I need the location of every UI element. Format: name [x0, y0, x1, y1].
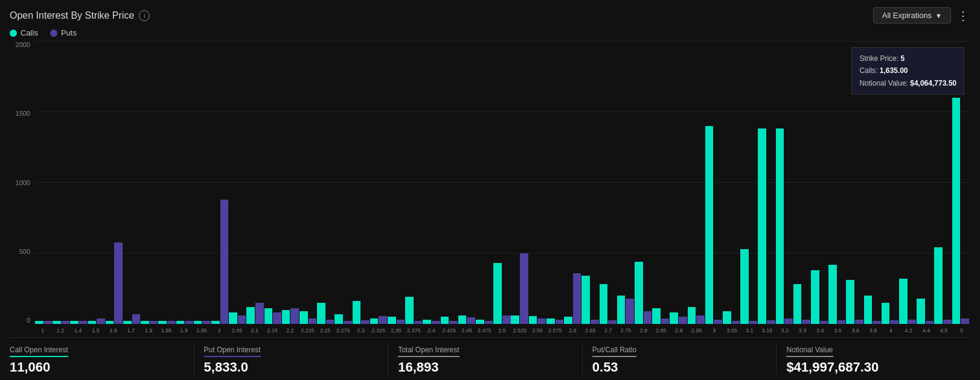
bar-call[interactable] — [740, 249, 749, 324]
bar-call[interactable] — [723, 311, 731, 324]
bar-call[interactable] — [600, 284, 608, 324]
bar-put[interactable] — [943, 320, 952, 324]
bar-put[interactable] — [661, 318, 670, 324]
bar-put[interactable] — [714, 320, 722, 324]
bar-call[interactable] — [793, 284, 802, 324]
bar-put[interactable] — [467, 317, 475, 324]
info-icon[interactable]: i — [139, 10, 150, 21]
bar-call[interactable] — [317, 303, 325, 324]
bar-call[interactable] — [546, 318, 555, 324]
bar-call[interactable] — [264, 308, 273, 324]
bar-group — [123, 41, 140, 324]
bar-call[interactable] — [370, 318, 379, 324]
bar-call[interactable] — [335, 314, 343, 324]
tooltip-strike: Strike Price: 5 — [859, 52, 956, 65]
bar-put[interactable] — [908, 320, 917, 324]
bar-call[interactable] — [899, 279, 908, 324]
bar-group — [176, 41, 193, 324]
bar-put[interactable] — [556, 320, 564, 324]
bar-call[interactable] — [917, 299, 925, 324]
puts-label: Puts — [61, 28, 77, 37]
bar-group — [670, 41, 687, 324]
bar-put[interactable] — [238, 315, 246, 324]
bar-put[interactable] — [397, 320, 405, 324]
bar-group — [493, 41, 510, 324]
notional-value: $41,997,687.30 — [786, 359, 961, 375]
bar-call[interactable] — [529, 316, 537, 324]
bar-put[interactable] — [379, 316, 387, 324]
bar-group — [370, 41, 387, 324]
x-label: 2.275 — [335, 328, 352, 334]
bar-call[interactable] — [423, 320, 431, 324]
bar-put[interactable] — [696, 315, 705, 324]
page-title: Open Interest By Strike Price — [10, 10, 134, 21]
bar-put[interactable] — [326, 320, 335, 324]
bar-call[interactable] — [652, 308, 661, 324]
bar-call[interactable] — [493, 263, 502, 324]
bar-call[interactable] — [564, 317, 572, 324]
bar-call[interactable] — [934, 247, 943, 324]
bar-put[interactable] — [537, 318, 546, 324]
bar-put[interactable] — [273, 312, 281, 324]
bar-call[interactable] — [246, 307, 255, 324]
bar-call[interactable] — [229, 312, 237, 324]
bar-put[interactable] — [220, 200, 229, 324]
x-label: 2.55 — [528, 328, 546, 334]
bar-put[interactable] — [961, 318, 969, 324]
bar-group — [617, 41, 634, 324]
bar-group — [828, 41, 845, 324]
bar-call[interactable] — [846, 280, 854, 324]
header: Open Interest By Strike Price i All Expi… — [10, 7, 970, 24]
bar-call[interactable] — [811, 270, 819, 324]
bar-call[interactable] — [635, 262, 643, 324]
x-label: 5 — [953, 328, 970, 334]
bar-call[interactable] — [670, 312, 678, 324]
bar-group — [476, 41, 493, 324]
bar-call[interactable] — [405, 297, 414, 324]
bar-call[interactable] — [776, 128, 784, 324]
bar-put[interactable] — [97, 318, 105, 324]
bar-put[interactable] — [679, 317, 687, 324]
bar-call[interactable] — [952, 98, 961, 324]
bar-call[interactable] — [299, 311, 308, 324]
bar-call[interactable] — [441, 317, 449, 324]
bar-put[interactable] — [290, 308, 299, 324]
bar-put[interactable] — [114, 242, 123, 324]
bar-put[interactable] — [255, 303, 264, 324]
x-label: 1.2 — [51, 328, 69, 334]
bar-put[interactable] — [132, 314, 141, 324]
bar-put[interactable] — [626, 299, 634, 324]
bar-put[interactable] — [591, 320, 599, 324]
bar-put[interactable] — [802, 320, 810, 324]
bar-call[interactable] — [388, 317, 396, 324]
bar-put[interactable] — [644, 311, 652, 324]
bar-put[interactable] — [502, 315, 511, 324]
bar-put[interactable] — [520, 253, 528, 324]
expiration-button[interactable]: All Expirations ▼ — [873, 7, 951, 24]
bar-call[interactable] — [882, 303, 890, 324]
x-label: 4.5 — [935, 328, 953, 334]
bar-call[interactable] — [511, 315, 519, 324]
bar-call[interactable] — [864, 296, 873, 324]
bar-call[interactable] — [458, 315, 467, 324]
put-call-label: Put/Call Ratio — [592, 346, 636, 357]
bar-call[interactable] — [828, 265, 837, 324]
bar-call[interactable] — [617, 296, 626, 324]
bar-call[interactable] — [758, 128, 766, 324]
x-label: 2.6 — [564, 328, 581, 334]
bar-put[interactable] — [573, 273, 581, 324]
x-label: 2.8 — [635, 328, 652, 334]
bar-call[interactable] — [705, 126, 714, 324]
bar-call[interactable] — [581, 276, 590, 324]
bar-call[interactable] — [476, 320, 484, 324]
bar-put[interactable] — [309, 318, 317, 324]
more-options-button[interactable]: ⋮ — [957, 8, 970, 23]
bar-put[interactable] — [784, 318, 793, 324]
bar-group — [546, 41, 563, 324]
bar-call[interactable] — [282, 310, 290, 324]
bar-put[interactable] — [855, 320, 863, 324]
bar-call[interactable] — [688, 307, 696, 324]
bar-group — [211, 41, 228, 324]
x-label: 1.5 — [87, 328, 104, 334]
bar-call[interactable] — [353, 301, 361, 324]
